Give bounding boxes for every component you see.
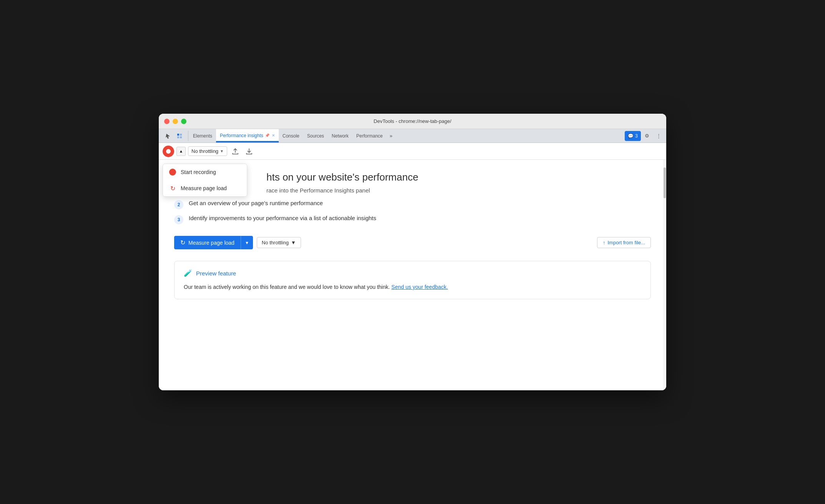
main-content: Start recording ↻ Measure page load hts …	[159, 160, 666, 390]
action-row: ↻ Measure page load ▼ No throttling ▼ ↑ …	[174, 236, 651, 249]
tab-network[interactable]: Network	[328, 129, 353, 143]
ellipsis-icon: ⋮	[656, 133, 661, 139]
measure-button-group: ↻ Measure page load ▼	[174, 236, 253, 249]
throttling-main-select[interactable]: No throttling ▼	[257, 237, 301, 248]
tab-close-icon[interactable]: ✕	[272, 133, 275, 138]
title-bar: DevTools - chrome://new-tab-page/	[159, 114, 666, 129]
svg-rect-3	[180, 136, 182, 138]
dropdown-menu: Start recording ↻ Measure page load	[163, 164, 247, 197]
step-number-3: 3	[174, 215, 183, 224]
record-button[interactable]	[163, 146, 174, 157]
start-recording-item[interactable]: Start recording	[163, 164, 247, 180]
more-options-button[interactable]: ⋮	[653, 131, 664, 141]
step-text-3: Identify improvements to your performanc…	[189, 215, 376, 221]
scrollbar-track[interactable]	[663, 160, 666, 390]
upload-button[interactable]	[230, 146, 241, 157]
traffic-lights	[164, 119, 186, 124]
step-number-2: 2	[174, 200, 183, 209]
tab-right-actions: 💬 3 ⚙ ⋮	[625, 129, 666, 143]
preview-feature-box: 🧪 Preview feature Our team is actively w…	[174, 261, 651, 299]
more-tabs-button[interactable]: »	[387, 129, 396, 143]
measure-refresh-icon: ↻	[180, 239, 185, 246]
devtools-tab-bar: Elements Performance insights 📌 ✕ Consol…	[159, 129, 666, 143]
feedback-icon: 💬	[628, 133, 634, 139]
step-item-3: 3 Identify improvements to your performa…	[174, 215, 651, 224]
minimize-button[interactable]	[173, 119, 178, 124]
window-title: DevTools - chrome://new-tab-page/	[374, 118, 451, 124]
import-icon: ↑	[603, 240, 605, 245]
steps-list: 2 Get an overview of your page's runtime…	[174, 200, 651, 224]
svg-rect-2	[177, 136, 179, 138]
measure-page-load-button[interactable]: ↻ Measure page load	[174, 236, 241, 249]
tab-elements[interactable]: Elements	[189, 129, 216, 143]
record-dot-icon	[166, 149, 171, 154]
close-button[interactable]	[164, 119, 170, 124]
download-button[interactable]	[243, 146, 255, 157]
tab-console[interactable]: Console	[279, 129, 303, 143]
settings-button[interactable]: ⚙	[642, 131, 652, 141]
scrollbar-thumb[interactable]	[664, 167, 666, 198]
throttling-main-arrow-icon: ▼	[291, 240, 296, 245]
maximize-button[interactable]	[181, 119, 186, 124]
throttling-select[interactable]: No throttling ▼	[188, 146, 227, 156]
preview-description: Our team is actively working on this fea…	[184, 283, 641, 291]
inspect-icon[interactable]	[174, 131, 185, 141]
step-item-2: 2 Get an overview of your page's runtime…	[174, 200, 651, 209]
page-subheading: race into the Performance Insights panel	[266, 187, 651, 194]
tab-icon-group	[160, 129, 187, 143]
throttling-arrow-icon: ▼	[220, 149, 224, 153]
feedback-link[interactable]: Send us your feedback.	[391, 284, 448, 290]
devtools-window: DevTools - chrome://new-tab-page/ Elemen…	[159, 114, 666, 390]
page-heading: hts on your website's performance	[266, 171, 651, 183]
refresh-icon: ↻	[169, 185, 176, 192]
record-red-icon	[169, 169, 176, 176]
pin-icon: 📌	[265, 133, 269, 138]
tab-performance[interactable]: Performance	[353, 129, 387, 143]
import-from-file-button[interactable]: ↑ Import from file...	[597, 237, 651, 248]
flask-icon: 🧪	[184, 269, 192, 277]
tab-divider	[188, 131, 188, 141]
feedback-button[interactable]: 💬 3	[625, 131, 641, 141]
tab-sources[interactable]: Sources	[303, 129, 328, 143]
toolbar: ▲ No throttling ▼	[159, 143, 666, 160]
step-text-2: Get an overview of your page's runtime p…	[189, 200, 323, 206]
expand-button[interactable]: ▲	[176, 147, 186, 156]
measure-page-load-item[interactable]: ↻ Measure page load	[163, 180, 247, 196]
measure-dropdown-button[interactable]: ▼	[241, 236, 253, 249]
cursor-icon[interactable]	[163, 131, 173, 141]
preview-title: 🧪 Preview feature	[184, 269, 641, 277]
svg-rect-0	[177, 134, 179, 136]
tab-performance-insights[interactable]: Performance insights 📌 ✕	[216, 129, 279, 143]
svg-rect-1	[180, 134, 182, 136]
gear-icon: ⚙	[645, 133, 649, 139]
